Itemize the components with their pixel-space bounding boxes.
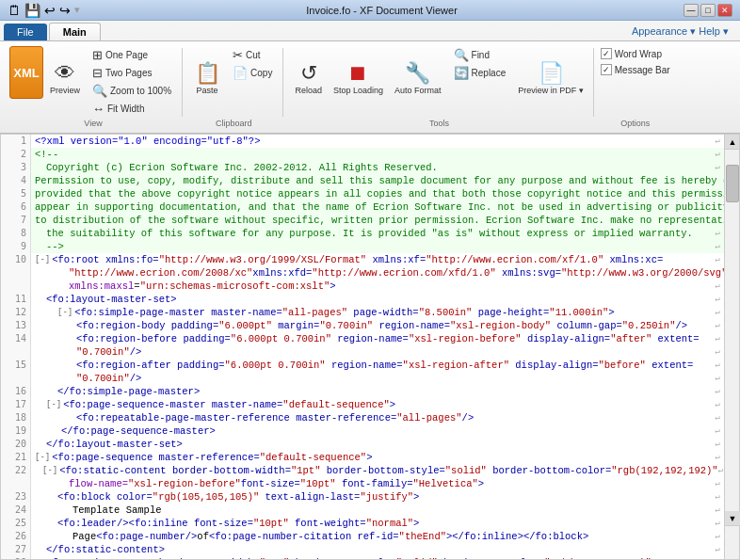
window-title: Invoice.fo - XF Document Viewer bbox=[80, 5, 684, 16]
code-line-11: <fo:layout-master-set>↵ bbox=[31, 293, 724, 306]
line-num-10: 10 bbox=[1, 253, 30, 266]
code-line-14: <fo:region-before padding="6.000pt 0.700… bbox=[31, 332, 724, 345]
two-pages-button[interactable]: ⊟ Two Pages bbox=[87, 64, 177, 81]
expand-21[interactable]: [-] bbox=[35, 451, 50, 464]
line-num-32: 27 bbox=[1, 543, 30, 556]
code-line-2: <!--↵ bbox=[31, 148, 724, 161]
code-line-23: <fo:block color="rgb(105,105,105)" text-… bbox=[31, 490, 724, 504]
title-bar: 🗒 💾 ↩ ↪ ▾ Invoice.fo - XF Document Viewe… bbox=[0, 0, 740, 21]
view-stack: ⊞ One Page ⊟ Two Pages 🔍 Zoom to 100% ↔ … bbox=[87, 46, 177, 117]
message-bar-option[interactable]: ✓ Message Bar bbox=[601, 62, 670, 77]
maximize-button[interactable]: □ bbox=[700, 4, 716, 17]
line-num-5: 5 bbox=[1, 187, 30, 200]
line-num-7: 7 bbox=[1, 214, 30, 227]
code-line-18: <fo:repeatable-page-master-reference mas… bbox=[31, 411, 724, 424]
code-line-15b: "0.700in"/>↵ bbox=[31, 372, 724, 385]
expand-10[interactable]: [-] bbox=[35, 253, 50, 266]
line-num-1: 1 bbox=[1, 135, 30, 148]
expand-17[interactable]: [-] bbox=[46, 398, 61, 411]
replace-button[interactable]: 🔄 Replace bbox=[448, 64, 512, 81]
clipboard-group-label: Clipboard bbox=[216, 119, 252, 128]
line-num-12 bbox=[1, 280, 30, 293]
code-line-7: to distribution of the software without … bbox=[31, 214, 724, 227]
code-area[interactable]: 1 2 3 4 5 6 7 8 9 10 11 12 13 14 15 16 1… bbox=[0, 134, 740, 560]
ribbon-right[interactable]: Appearance ▾ Help ▾ bbox=[624, 23, 736, 40]
code-line-8: the suitability of this software for any… bbox=[31, 227, 724, 240]
word-wrap-option[interactable]: ✓ Word Wrap bbox=[601, 46, 670, 61]
line-num-17 bbox=[1, 345, 30, 359]
paste-icon: 📋 bbox=[195, 63, 220, 84]
code-line-22b: flow-name="xsl-region-before" font-size=… bbox=[31, 477, 724, 490]
line-num-26: 22 bbox=[1, 464, 30, 477]
message-bar-checkbox[interactable]: ✓ bbox=[601, 64, 612, 75]
code-line-28: <fo:static-content border-top-width="1pt… bbox=[31, 556, 724, 559]
clipboard-group-items: 📋 Paste ✂ Cut 📄 Copy bbox=[189, 46, 278, 117]
close-button[interactable]: ✕ bbox=[717, 4, 732, 17]
cut-icon: ✂ bbox=[233, 48, 243, 62]
window-controls[interactable]: — □ ✕ bbox=[684, 4, 732, 17]
code-line-16: </fo:simple-page-master>↵ bbox=[31, 385, 724, 398]
line-num-25: 21 bbox=[1, 451, 30, 464]
options-stack: ✓ Word Wrap ✓ Message Bar bbox=[601, 46, 670, 77]
code-line-10b: "http://www.ecrion.com/2008/xc" xmlns:xf… bbox=[31, 266, 724, 280]
tools-group-items: ↺ Reload ⏹ Stop Loading 🔧 Auto Format 🔍 … bbox=[290, 46, 587, 117]
two-pages-icon: ⊟ bbox=[92, 66, 103, 80]
tools-group: ↺ Reload ⏹ Stop Loading 🔧 Auto Format 🔍 … bbox=[284, 44, 593, 130]
line-numbers: 1 2 3 4 5 6 7 8 9 10 11 12 13 14 15 16 1… bbox=[1, 135, 31, 559]
auto-format-button[interactable]: 🔧 Auto Format bbox=[390, 46, 446, 99]
code-line-4: Permission to use, copy, modify, distrib… bbox=[31, 174, 724, 187]
fit-width-icon: ↔ bbox=[92, 102, 105, 116]
tools-group-label: Tools bbox=[429, 119, 449, 128]
code-line-10c: xmlns:maxsl="urn:schemas-microsoft-com:x… bbox=[31, 280, 724, 293]
fit-width-button[interactable]: ↔ Fit Width bbox=[87, 100, 177, 117]
code-line-26: Page <fo:page-number/> of <fo:page-numbe… bbox=[31, 530, 724, 543]
scroll-down-button[interactable]: ▼ bbox=[725, 511, 740, 526]
copy-icon: 📄 bbox=[233, 66, 248, 80]
word-wrap-checkbox[interactable]: ✓ bbox=[601, 48, 612, 59]
line-num-3: 3 bbox=[1, 161, 30, 174]
preview-button[interactable]: 👁 Preview bbox=[45, 46, 85, 99]
main-tab[interactable]: Main bbox=[49, 23, 101, 40]
zoom-button[interactable]: 🔍 Zoom to 100% bbox=[87, 82, 177, 99]
ribbon-content: XML 👁 Preview ⊞ One Page ⊟ Two Pages bbox=[0, 40, 740, 133]
scroll-up-button[interactable]: ▲ bbox=[725, 135, 740, 150]
preview-pdf-button[interactable]: 📄 Preview in PDF ▾ bbox=[513, 46, 588, 99]
reload-button[interactable]: ↺ Reload bbox=[290, 46, 327, 99]
vertical-scrollbar[interactable]: ▲ ▼ bbox=[724, 135, 739, 559]
options-group: ✓ Word Wrap ✓ Message Bar Options bbox=[595, 44, 676, 130]
find-icon: 🔍 bbox=[454, 48, 469, 62]
code-line-21: [-]<fo:page-sequence master-reference="d… bbox=[31, 451, 724, 464]
scroll-thumb[interactable] bbox=[726, 165, 739, 202]
line-num-16: 14 bbox=[1, 332, 30, 345]
line-num-30: 25 bbox=[1, 517, 30, 530]
expand-22[interactable]: [-] bbox=[42, 464, 57, 477]
find-button[interactable]: 🔍 Find bbox=[448, 46, 512, 63]
cut-button[interactable]: ✂ Cut bbox=[227, 46, 278, 63]
line-num-8: 8 bbox=[1, 227, 30, 240]
file-tab[interactable]: File bbox=[4, 24, 47, 40]
view-group: XML 👁 Preview ⊞ One Page ⊟ Two Pages bbox=[4, 44, 183, 130]
preview-icon: 👁 bbox=[55, 63, 75, 84]
copy-button[interactable]: 📄 Copy bbox=[227, 64, 278, 81]
minimize-button[interactable]: — bbox=[684, 4, 699, 17]
line-num-28: 23 bbox=[1, 490, 30, 504]
code-line-5: provided that the above copyright notice… bbox=[31, 187, 724, 200]
stop-loading-button[interactable]: ⏹ Stop Loading bbox=[329, 46, 388, 99]
paste-button[interactable]: 📋 Paste bbox=[189, 46, 225, 99]
line-num-21: 17 bbox=[1, 398, 30, 411]
line-num-13: 11 bbox=[1, 293, 30, 306]
line-num-6: 6 bbox=[1, 200, 30, 214]
zoom-icon: 🔍 bbox=[92, 84, 107, 98]
line-num-4: 4 bbox=[1, 174, 30, 187]
line-num-9: 9 bbox=[1, 240, 30, 253]
options-group-label: Options bbox=[620, 119, 650, 128]
one-page-button[interactable]: ⊞ One Page bbox=[87, 46, 177, 63]
expand-12[interactable]: [-] bbox=[57, 306, 72, 319]
ribbon: File Main Appearance ▾ Help ▾ XML 👁 Prev… bbox=[0, 21, 740, 134]
code-line-27: </fo:static-content>↵ bbox=[31, 543, 724, 556]
code-content[interactable]: <?xml version="1.0" encoding="utf-8"?>↵ … bbox=[31, 135, 724, 559]
line-num-24: 20 bbox=[1, 438, 30, 451]
xml-button[interactable]: XML bbox=[9, 46, 43, 99]
pdf-icon: 📄 bbox=[539, 63, 564, 84]
auto-format-icon: 🔧 bbox=[405, 63, 430, 84]
